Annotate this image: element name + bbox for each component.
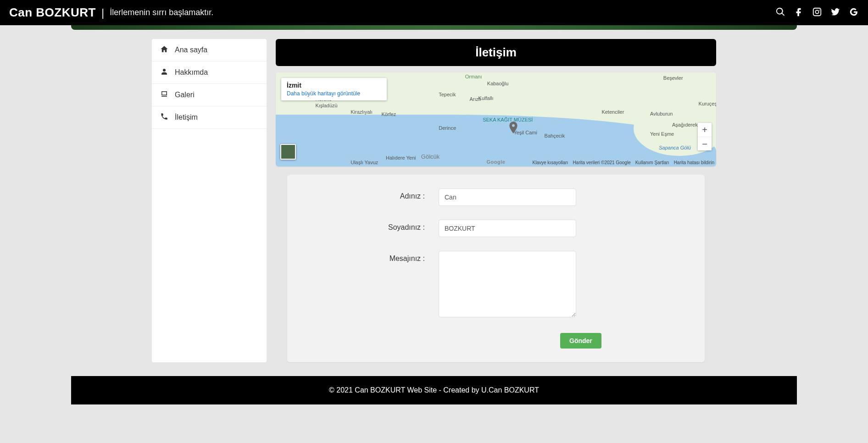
surname-label: Soyadınız :: [306, 220, 439, 232]
hero-strip: [71, 25, 797, 30]
map-place-label: Gölcük: [421, 153, 440, 160]
content-area: Ana sayfa Hakkımda Galeri İletişim İleti…: [152, 39, 716, 362]
page-title: İletişim: [276, 39, 716, 66]
map-place-label: Avluburun: [650, 111, 673, 116]
sidebar-item-label: Galeri: [175, 91, 195, 99]
google-logo: Google: [487, 159, 506, 165]
sidebar-item-about[interactable]: Hakkımda: [152, 61, 267, 84]
brand-name[interactable]: Can BOZKURT: [9, 6, 96, 20]
map-attribution: Klavye kısayolları Harita verileri ©2021…: [533, 160, 714, 165]
map-place-title: İzmit: [287, 82, 381, 89]
map-place-label: Derince: [439, 125, 456, 131]
map-place-label: Ulaşlı Yavuz: [351, 160, 378, 165]
map-place-label: Körfez: [381, 111, 396, 117]
map-place-label: Kışladüzü: [315, 103, 337, 108]
form-row-surname: Soyadınız :: [306, 220, 686, 237]
map-zoom-in-button[interactable]: +: [698, 123, 712, 137]
message-label: Mesajınız :: [306, 251, 439, 263]
search-icon[interactable]: [775, 7, 785, 19]
map-place-label: Kuruçeşme: [699, 101, 716, 106]
user-icon: [160, 67, 168, 78]
home-icon: [160, 45, 168, 55]
map-zoom-controls: + −: [698, 123, 712, 150]
instagram-icon[interactable]: [812, 7, 822, 19]
google-icon[interactable]: [849, 7, 859, 19]
form-actions: Gönder: [306, 333, 686, 349]
map-terms-link[interactable]: Kullanım Şartları: [635, 160, 669, 165]
map-place-label: Halıdere Yeni: [386, 155, 416, 161]
map-satellite-toggle[interactable]: [280, 144, 296, 160]
form-row-name: Adınız :: [306, 188, 686, 206]
brand-tagline: İlerlemenin sırrı başlamaktır.: [110, 8, 213, 17]
map-place-label: Sapanca Gölü: [659, 145, 691, 150]
map-marker-icon: [509, 122, 517, 130]
submit-button[interactable]: Gönder: [560, 333, 601, 349]
map-info-box: İzmit Daha büyük haritayı görüntüle: [281, 78, 387, 100]
map-place-label: Ketenciler: [601, 109, 624, 115]
topbar: Can BOZKURT | İlerlemenin sırrı başlamak…: [0, 0, 868, 25]
map-view-larger-link[interactable]: Daha büyük haritayı görüntüle: [287, 90, 381, 97]
map-keyboard-shortcuts-link[interactable]: Klavye kısayolları: [533, 160, 568, 165]
sidebar-item-label: Hakkımda: [175, 68, 208, 77]
main-column: İletişim Ormanı Kabaoğlu Beşevler Hereke…: [276, 39, 716, 362]
brand-separator: |: [101, 6, 104, 19]
sidebar-item-label: İletişim: [175, 113, 198, 122]
map-place-label: Tepecik: [439, 92, 456, 97]
map-place-label: Beşevler: [663, 75, 683, 81]
phone-icon: [160, 112, 168, 122]
map-place-label: Bahçecik: [545, 133, 565, 138]
form-row-message: Mesajınız :: [306, 251, 686, 319]
map-data-label: Harita verileri ©2021 Google: [573, 160, 630, 165]
topbar-left: Can BOZKURT | İlerlemenin sırrı başlamak…: [9, 6, 213, 20]
sidebar: Ana sayfa Hakkımda Galeri İletişim: [152, 39, 267, 362]
map-zoom-out-button[interactable]: −: [698, 137, 712, 150]
topbar-social-icons: [775, 7, 859, 19]
name-label: Adınız :: [306, 188, 439, 200]
map-place-label: Kulfallı: [479, 95, 494, 101]
surname-input[interactable]: [439, 220, 576, 237]
facebook-icon[interactable]: [794, 7, 804, 19]
sidebar-item-contact[interactable]: İletişim: [152, 106, 267, 129]
map-place-label: Kabaoğlu: [487, 81, 509, 86]
footer: © 2021 Can BOZKURT Web Site - Created by…: [71, 376, 797, 404]
map-place-label: Ormanı: [465, 74, 482, 79]
map-report-link[interactable]: Harita hatası bildirin: [674, 160, 714, 165]
sidebar-item-gallery[interactable]: Galeri: [152, 84, 267, 106]
name-input[interactable]: [439, 188, 576, 206]
map-place-label: Kirazlıyalı: [351, 109, 373, 115]
twitter-icon[interactable]: [830, 7, 840, 19]
sidebar-item-home[interactable]: Ana sayfa: [152, 39, 267, 61]
contact-form: Adınız : Soyadınız : Mesajınız : Gönder: [287, 175, 705, 362]
gallery-icon: [160, 90, 168, 100]
map-poi-label: SEKA KAĞIT MÜZESİ: [483, 117, 533, 122]
footer-text: © 2021 Can BOZKURT Web Site - Created by…: [329, 386, 539, 394]
map-embed[interactable]: Ormanı Kabaoğlu Beşevler Hereke Kışladüz…: [276, 72, 716, 166]
sidebar-item-label: Ana sayfa: [175, 46, 207, 54]
message-textarea[interactable]: [439, 251, 576, 317]
map-place-label: Yeni Eşme: [650, 131, 674, 137]
